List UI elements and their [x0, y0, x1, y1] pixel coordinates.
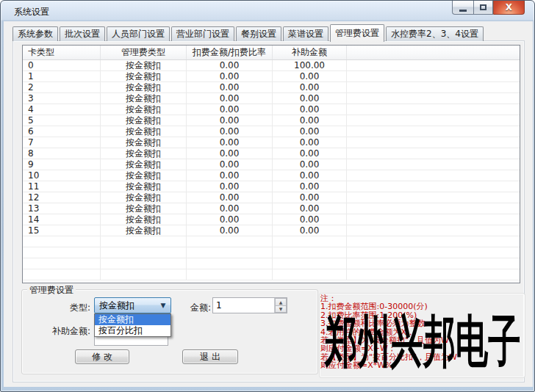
subsidy-label: 补助金额:	[26, 325, 90, 338]
table-cell: 按金额扣	[101, 93, 187, 104]
title-bar[interactable]: 系统设置 X	[1, 1, 534, 21]
table-row[interactable]: 8按金额扣0.000.00	[23, 148, 520, 159]
table-row[interactable]	[23, 269, 520, 280]
table-cell	[101, 269, 187, 280]
table-row[interactable]	[23, 236, 520, 247]
table-row[interactable]	[23, 247, 520, 258]
table-cell	[101, 258, 187, 269]
tab-1[interactable]: 批次设置	[60, 26, 105, 41]
table-row[interactable]: 1按金额扣0.000.00	[23, 71, 520, 82]
table-cell: 按金额扣	[101, 60, 187, 70]
amount-input[interactable]: 1	[213, 298, 274, 313]
table-cell: 0.00	[187, 181, 273, 192]
table-row[interactable]: 6按金额扣0.000.00	[23, 126, 520, 137]
column-header[interactable]: 卡类型	[23, 46, 101, 59]
table-row[interactable]: 4按金额扣0.000.00	[23, 104, 520, 115]
type-combobox[interactable]: 按金额扣 ▼	[94, 297, 171, 313]
table-row[interactable]: 9按金额扣0.000.00	[23, 159, 520, 170]
table-cell: 9	[23, 159, 101, 170]
table-cell: 0.00	[273, 159, 347, 170]
fee-table[interactable]: 卡类型管理费类型扣费金额/扣费比率补助金额 0按金额扣0.00100.001按金…	[22, 45, 520, 283]
table-cell: 0.00	[273, 104, 347, 115]
table-cell-filler	[347, 126, 520, 137]
column-header[interactable]: 补助金额	[273, 46, 347, 59]
column-header[interactable]: 管理费类型	[101, 46, 187, 59]
table-cell: 7	[23, 137, 101, 148]
table-header-row: 卡类型管理费类型扣费金额/扣费比率补助金额	[23, 46, 520, 60]
maximize-icon	[480, 4, 486, 10]
table-row[interactable]: 11按金额扣0.000.00	[23, 181, 520, 192]
table-cell: 0.00	[187, 192, 273, 203]
table-cell: 按金额扣	[101, 71, 187, 81]
dialog-client-area: 系统参数批次设置人员部门设置营业部门设置餐别设置菜谱设置管理费设置水控费率2、3…	[4, 21, 533, 387]
spinner-down-icon[interactable]: ▼	[275, 305, 287, 313]
table-cell: 按金额扣	[101, 214, 187, 225]
table-cell: 按金额扣	[101, 203, 187, 214]
dropdown-option[interactable]: 按百分比扣	[95, 325, 170, 336]
minimize-button[interactable]	[452, 1, 473, 15]
modify-button[interactable]: 修 改	[75, 349, 129, 364]
table-cell: 0.00	[187, 93, 273, 104]
table-cell: 0.00	[187, 104, 273, 115]
tab-5[interactable]: 菜谱设置	[283, 26, 328, 41]
table-cell-filler	[347, 60, 520, 70]
table-cell-filler	[347, 236, 520, 247]
table-cell: 0.00	[273, 225, 347, 236]
table-cell-filler	[347, 148, 520, 159]
table-cell	[187, 247, 273, 258]
table-cell: 11	[23, 181, 101, 192]
table-cell: 按金额扣	[101, 82, 187, 92]
table-cell: 0.00	[273, 137, 347, 148]
table-cell: 0.00	[187, 214, 273, 225]
table-row[interactable]: 5按金额扣0.000.00	[23, 115, 520, 126]
maximize-button[interactable]	[473, 1, 493, 15]
table-row[interactable]: 14按金额扣0.000.00	[23, 214, 520, 225]
tab-0[interactable]: 系统参数	[12, 26, 58, 41]
table-cell: 5	[23, 115, 101, 126]
chevron-down-icon[interactable]: ▼	[156, 302, 170, 309]
table-row[interactable]: 15按金额扣0.000.00	[23, 225, 520, 236]
table-row[interactable]: 0按金额扣0.00100.00	[23, 60, 520, 71]
table-cell: 3	[23, 93, 101, 104]
table-row[interactable]: 2按金额扣0.000.00	[23, 82, 520, 93]
table-cell: 0.00	[273, 126, 347, 137]
table-cell: 10	[23, 170, 101, 181]
table-cell: 100.00	[273, 60, 347, 70]
table-cell-filler	[347, 170, 520, 181]
tab-4[interactable]: 餐别设置	[236, 26, 281, 41]
table-cell-filler	[347, 104, 520, 115]
table-cell	[101, 247, 187, 258]
spinner-up-icon[interactable]: ▲	[275, 298, 287, 305]
tab-7[interactable]: 水控费率2、3、4设置	[386, 26, 484, 41]
close-button[interactable]: X	[493, 1, 525, 15]
table-cell: 0.00	[187, 82, 273, 92]
table-row[interactable]: 12按金额扣0.000.00	[23, 192, 520, 203]
type-dropdown-list[interactable]: 按金额扣按百分比扣	[94, 313, 171, 337]
table-cell-filler	[347, 247, 520, 258]
table-cell: 0.00	[273, 192, 347, 203]
table-cell: 按金额扣	[101, 225, 187, 236]
table-row[interactable]	[23, 258, 520, 269]
table-cell: 14	[23, 214, 101, 225]
table-cell: 0	[23, 60, 101, 70]
table-cell: 0.00	[273, 170, 347, 181]
table-row[interactable]: 7按金额扣0.000.00	[23, 137, 520, 148]
tab-2[interactable]: 人员部门设置	[107, 26, 170, 41]
column-header[interactable]: 扣费金额/扣费比率	[187, 46, 273, 59]
groupbox-title: 管理费设置	[27, 284, 76, 297]
table-row[interactable]: 3按金额扣0.000.00	[23, 93, 520, 104]
table-cell: 按金额扣	[101, 104, 187, 115]
amount-spinner[interactable]: 1 ▲ ▼	[212, 297, 287, 313]
spinner-buttons: ▲ ▼	[274, 298, 287, 313]
type-combobox-value: 按金额扣	[95, 300, 156, 312]
table-row[interactable]: 10按金额扣0.000.00	[23, 170, 520, 181]
table-cell: 0.00	[187, 203, 273, 214]
exit-button[interactable]: 退 出	[182, 349, 238, 364]
table-cell	[187, 258, 273, 269]
tab-6[interactable]: 管理费设置	[330, 24, 384, 42]
dropdown-option[interactable]: 按金额扣	[95, 314, 170, 325]
table-row[interactable]: 13按金额扣0.000.00	[23, 203, 520, 214]
tab-3[interactable]: 营业部门设置	[171, 26, 234, 41]
system-settings-window: 系统设置 X 系统参数批次设置人员部门设置营业部门设置餐别设置菜谱设置管理费设置…	[0, 0, 535, 392]
table-cell-filler	[347, 82, 520, 92]
